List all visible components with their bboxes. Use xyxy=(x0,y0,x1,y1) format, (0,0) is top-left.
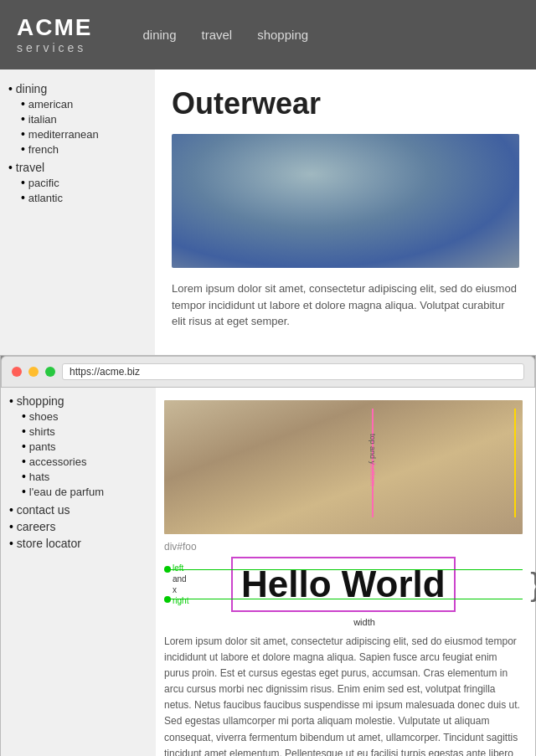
green-dot-bottom xyxy=(164,596,171,603)
site-header: ACME services dining travel shopping xyxy=(0,0,536,69)
sidebar-subitem-shoes[interactable]: shoes xyxy=(22,409,147,423)
sidebar-subitem-hats[interactable]: hats xyxy=(22,470,147,483)
sidebar-link-dining[interactable]: dining xyxy=(16,82,47,95)
sidebar-item-travel[interactable]: travel pacific atlantic xyxy=(8,161,147,204)
height-indicator: } height xyxy=(530,557,536,612)
label-and: and xyxy=(173,573,188,584)
sidebar-subitem-french[interactable]: french xyxy=(21,142,147,156)
page-title: Outerwear xyxy=(172,86,519,121)
left-right-labels: left and x right xyxy=(173,557,188,612)
browser-chrome: https://acme.biz xyxy=(1,356,535,388)
sidebar-subitem-parfum[interactable]: l'eau de parfum xyxy=(22,485,147,498)
green-dot-top xyxy=(164,566,171,573)
green-line-top xyxy=(164,569,523,570)
debug-label-top-y: top and y xyxy=(368,434,377,465)
nav-travel[interactable]: travel xyxy=(202,28,233,42)
main-nav: dining travel shopping xyxy=(142,28,308,42)
label-right: right xyxy=(173,595,188,606)
width-label: width xyxy=(164,617,523,627)
debug-label-bottom: bottom xyxy=(368,463,377,486)
hero-image-inner xyxy=(172,134,519,268)
hello-world-box: Hello World xyxy=(231,557,456,612)
browser-dot-red[interactable] xyxy=(12,367,22,377)
nav-dining[interactable]: dining xyxy=(142,28,176,42)
hello-world-section: left and x right Hello World } height xyxy=(164,557,523,612)
logo-acme: ACME xyxy=(17,15,92,41)
browser-dot-green[interactable] xyxy=(45,367,55,377)
logo: ACME services xyxy=(17,15,92,54)
sidebar-subitem-pants[interactable]: pants xyxy=(22,440,147,453)
browser-window: https://acme.biz shopping shoes shirts p… xyxy=(0,355,536,757)
sidebar-item-store[interactable]: store locator xyxy=(9,537,147,550)
debug-image-section: top and y bottom xyxy=(164,400,523,534)
sidebar-subitem-accessories[interactable]: accessories xyxy=(22,455,147,468)
height-brace: } xyxy=(530,568,536,600)
sidebar-subitem-mediterranean[interactable]: mediterranean xyxy=(21,127,147,141)
sidebar-item-contact[interactable]: contact us xyxy=(9,503,147,517)
sidebar-item-careers[interactable]: careers xyxy=(9,520,147,533)
sidebar-lower: shopping shoes shirts pants accessories … xyxy=(1,388,156,757)
sidebar-link-travel[interactable]: travel xyxy=(16,161,44,174)
content-wrapper: dining american italian mediterranean fr… xyxy=(0,69,536,355)
debug-image xyxy=(164,400,523,534)
label-left: left xyxy=(173,563,188,573)
sidebar: dining american italian mediterranean fr… xyxy=(0,69,155,355)
div-foo-label: div#foo xyxy=(164,541,523,553)
sidebar-subitem-italian[interactable]: italian xyxy=(21,112,147,126)
sidebar-subitem-atlantic[interactable]: atlantic xyxy=(21,191,147,204)
hero-image xyxy=(172,134,519,268)
sidebar-item-dining[interactable]: dining american italian mediterranean fr… xyxy=(8,82,147,156)
intro-text: Lorem ipsum dolor sit amet, consectetur … xyxy=(172,280,519,330)
label-x: x xyxy=(173,584,188,595)
green-line-bottom xyxy=(164,599,523,599)
browser-url-bar[interactable]: https://acme.biz xyxy=(62,363,524,380)
sidebar-subitem-shirts[interactable]: shirts xyxy=(22,424,147,438)
browser-content: shopping shoes shirts pants accessories … xyxy=(1,388,535,757)
main-content: Outerwear Lorem ipsum dolor sit amet, co… xyxy=(155,69,536,355)
logo-services: services xyxy=(17,41,92,54)
nav-shopping[interactable]: shopping xyxy=(257,28,308,42)
browser-dot-yellow[interactable] xyxy=(28,367,39,377)
body-text: Lorem ipsum dolor sit amet, consectetur … xyxy=(164,634,523,757)
sidebar-subitem-pacific[interactable]: pacific xyxy=(21,176,147,189)
sidebar-item-shopping[interactable]: shopping shoes shirts pants accessories … xyxy=(9,394,147,498)
sidebar-subitem-american[interactable]: american xyxy=(21,97,147,111)
debug-line-yellow xyxy=(514,409,516,517)
